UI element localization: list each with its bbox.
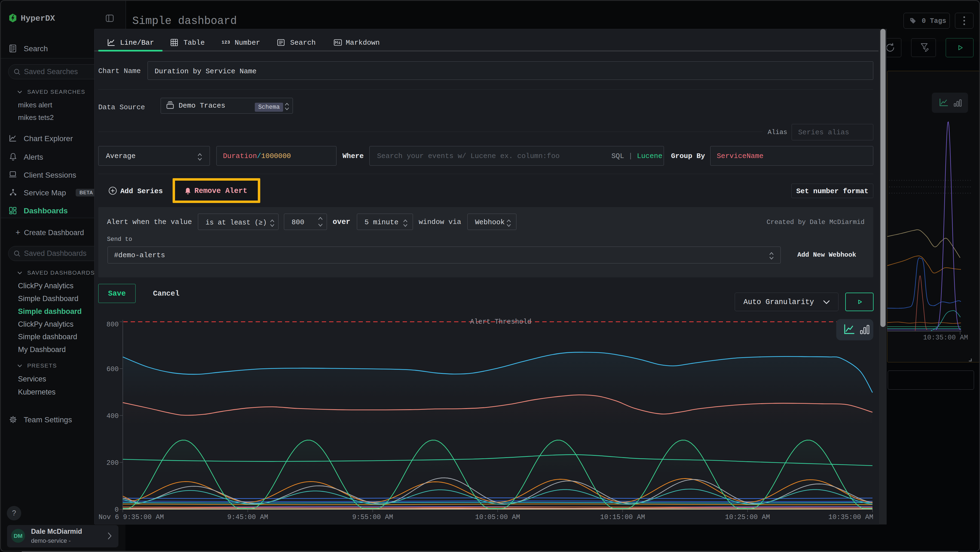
svg-text:Alert Threshold: Alert Threshold bbox=[470, 318, 531, 326]
svg-text:10:15:00 AM: 10:15:00 AM bbox=[600, 513, 645, 521]
svg-text:400: 400 bbox=[107, 412, 119, 420]
svg-text:600: 600 bbox=[107, 365, 119, 373]
svg-text:10:35:00 AM: 10:35:00 AM bbox=[828, 513, 873, 521]
svg-text:9:45:00 AM: 9:45:00 AM bbox=[227, 513, 268, 521]
svg-text:800: 800 bbox=[107, 321, 119, 329]
svg-text:9:55:00 AM: 9:55:00 AM bbox=[352, 513, 393, 521]
svg-text:10:25:00 AM: 10:25:00 AM bbox=[725, 513, 770, 521]
svg-text:0: 0 bbox=[115, 506, 119, 514]
svg-text:10:35:00 AM: 10:35:00 AM bbox=[923, 334, 968, 341]
svg-text:10:05:00 AM: 10:05:00 AM bbox=[475, 513, 520, 521]
svg-text:200: 200 bbox=[107, 459, 119, 467]
svg-text:Nov 6 9:35:00 AM: Nov 6 9:35:00 AM bbox=[99, 513, 164, 521]
